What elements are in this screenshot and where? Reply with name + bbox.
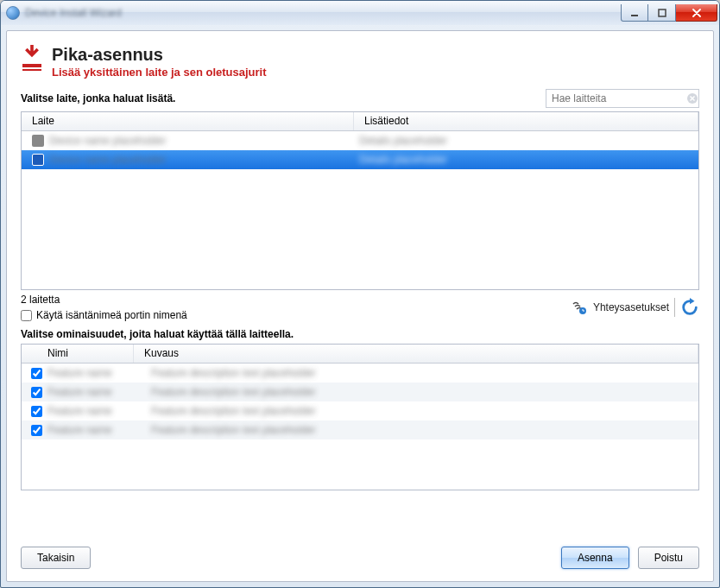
close-icon [692, 9, 701, 17]
use-host-port-input[interactable] [21, 310, 32, 321]
features-table: Nimi Kuvaus Feature name Feature descrip… [21, 344, 699, 490]
feature-name: Feature name [47, 367, 151, 379]
feature-checkbox[interactable] [31, 387, 42, 398]
maximize-button[interactable] [648, 4, 676, 22]
exit-button[interactable]: Poistu [638, 547, 699, 569]
window-controls [621, 4, 717, 22]
device-table-body: Device name placeholder Details placehol… [22, 131, 698, 169]
device-footer-row: 2 laitetta Käytä isäntänimeä portin nime… [21, 294, 699, 321]
feature-name: Feature name [47, 386, 151, 398]
device-details: Details placeholder [359, 154, 688, 166]
device-name: Device name placeholder [49, 135, 166, 147]
clear-icon [686, 92, 698, 104]
page-header: Pika-asennus Lisää yksittäinen laite ja … [21, 45, 699, 79]
features-table-body: Feature name Feature description text pl… [22, 364, 698, 439]
feature-checkbox[interactable] [31, 406, 42, 417]
button-row: Takaisin Asenna Poistu [21, 547, 699, 569]
feature-row[interactable]: Feature name Feature description text pl… [22, 420, 698, 439]
device-name: Device name placeholder [49, 154, 166, 166]
feature-name: Feature name [47, 424, 151, 436]
close-button[interactable] [676, 4, 717, 22]
svg-rect-0 [631, 15, 638, 16]
minimize-icon [630, 9, 639, 17]
feature-row[interactable]: Feature name Feature description text pl… [22, 383, 698, 401]
col-device[interactable]: Laite [22, 112, 354, 130]
printer-icon [32, 135, 44, 147]
communication-icon [571, 299, 588, 316]
feature-desc: Feature description text placeholder [151, 424, 695, 436]
device-section-header: Valitse laite, jonka haluat lisätä. [21, 89, 699, 108]
device-footer-left: 2 laitetta Käytä isäntänimeä portin nime… [21, 294, 187, 321]
install-icon [21, 45, 43, 71]
device-footer-right: Yhteysasetukset [571, 298, 699, 317]
divider [674, 298, 675, 317]
svg-rect-1 [659, 9, 666, 16]
communication-settings-link[interactable]: Yhteysasetukset [593, 301, 669, 313]
feature-desc: Feature description text placeholder [151, 405, 695, 417]
select-features-label: Valitse ominaisuudet, joita haluat käytt… [21, 328, 699, 340]
app-icon [6, 6, 20, 20]
page-subtitle: Lisää yksittäinen laite ja sen oletusaju… [52, 66, 267, 79]
col-feature-name[interactable]: Nimi [22, 345, 134, 363]
device-table-header: Laite Lisätiedot [22, 112, 698, 131]
printer-icon [32, 154, 44, 166]
refresh-button[interactable] [680, 298, 699, 317]
window-frame: Device Install Wizard Pika-asennu [0, 0, 720, 588]
feature-checkbox[interactable] [31, 368, 42, 379]
feature-row[interactable]: Feature name Feature description text pl… [22, 401, 698, 420]
maximize-icon [658, 9, 666, 17]
device-count: 2 laitetta [21, 294, 187, 306]
use-host-port-label: Käytä isäntänimeä portin nimenä [36, 309, 187, 321]
search-box[interactable] [546, 89, 699, 108]
device-row[interactable]: Device name placeholder Details placehol… [22, 150, 698, 169]
device-row[interactable]: Device name placeholder Details placehol… [22, 131, 698, 150]
select-device-label: Valitse laite, jonka haluat lisätä. [21, 92, 175, 104]
refresh-icon [680, 298, 699, 317]
feature-desc: Feature description text placeholder [151, 386, 695, 398]
titlebar: Device Install Wizard [1, 1, 719, 25]
use-host-port-checkbox[interactable]: Käytä isäntänimeä portin nimenä [21, 309, 187, 321]
clear-search-button[interactable] [686, 91, 698, 106]
back-button[interactable]: Takaisin [21, 547, 91, 569]
feature-checkbox[interactable] [31, 425, 42, 436]
feature-name: Feature name [47, 405, 151, 417]
device-details: Details placeholder [359, 135, 688, 147]
feature-desc: Feature description text placeholder [151, 367, 695, 379]
minimize-button[interactable] [621, 4, 648, 22]
header-text: Pika-asennus Lisää yksittäinen laite ja … [52, 45, 267, 79]
col-feature-desc[interactable]: Kuvaus [134, 345, 698, 363]
right-buttons: Asenna Poistu [561, 547, 699, 569]
window-title: Device Install Wizard [25, 7, 621, 19]
search-input[interactable] [546, 91, 686, 106]
col-details[interactable]: Lisätiedot [354, 112, 698, 130]
install-button[interactable]: Asenna [561, 547, 629, 569]
page-title: Pika-asennus [52, 45, 267, 64]
features-table-header: Nimi Kuvaus [22, 345, 698, 364]
feature-row[interactable]: Feature name Feature description text pl… [22, 364, 698, 383]
content: Pika-asennus Lisää yksittäinen laite ja … [6, 30, 714, 582]
device-table: Laite Lisätiedot Device name placeholder… [21, 111, 699, 290]
